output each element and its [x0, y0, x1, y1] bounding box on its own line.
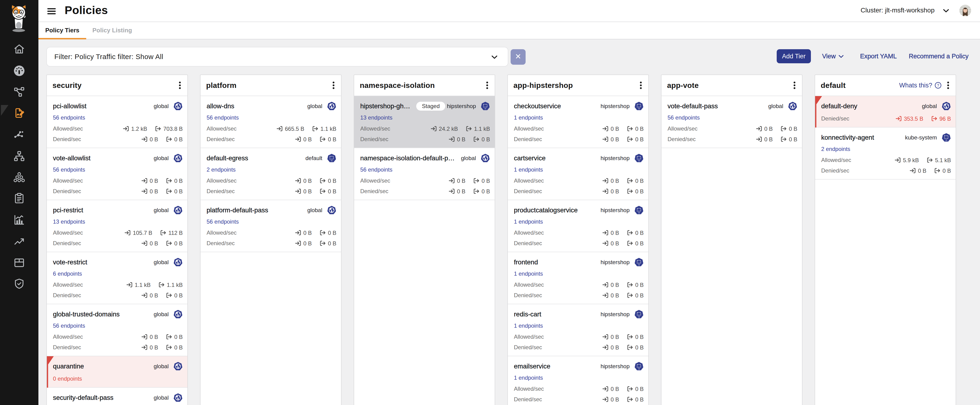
svg-text:ns: ns [638, 160, 640, 161]
svg-text:ns: ns [638, 316, 640, 317]
svg-text:ns: ns [484, 108, 486, 110]
svg-text:ns: ns [638, 264, 640, 266]
svg-text:ns: ns [638, 368, 640, 370]
svg-text:ns: ns [638, 108, 640, 110]
svg-text:ns: ns [945, 139, 947, 141]
svg-text:ns: ns [638, 212, 640, 214]
svg-text:?: ? [937, 83, 939, 88]
svg-text:ns: ns [331, 160, 332, 161]
